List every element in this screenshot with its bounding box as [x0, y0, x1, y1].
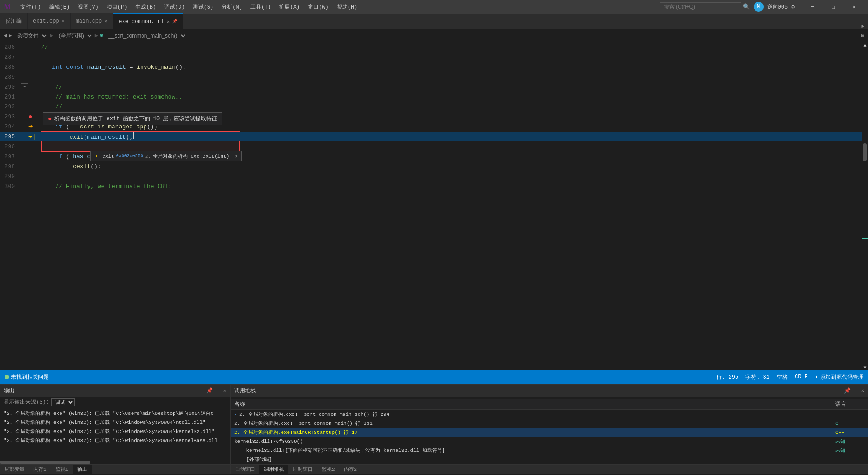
scrollbar-track[interactable] — [862, 48, 868, 365]
status-encoding[interactable]: CRLF — [795, 374, 808, 380]
call-stack-name: kernel32.dll!76f86359() — [231, 437, 832, 446]
vertical-scrollbar[interactable]: ▲ ▼ — [862, 42, 868, 370]
call-stack-row[interactable]: kernel32.dll!76f86359()未知 — [231, 437, 868, 446]
menu-item[interactable]: 窗口(W) — [304, 2, 332, 12]
fold-button[interactable]: − — [21, 83, 28, 90]
status-spaces-text: 空格 — [777, 373, 788, 381]
cs-tab-3[interactable]: 监视2 — [317, 465, 340, 474]
popup-sep: 2. — [145, 154, 151, 159]
panel-close-icon2[interactable]: ✕ — [861, 387, 864, 394]
tab-close-icon[interactable]: ✕ — [104, 19, 107, 24]
menu-bar: 文件(F)编辑(E)视图(V)项目(P)生成(B)调试(D)测试(S)分析(N)… — [17, 2, 361, 12]
panel-close-icon[interactable]: ✕ — [223, 387, 226, 394]
panel-tab-监视1[interactable]: 监视1 — [51, 465, 73, 474]
panel-tab-局部变量[interactable]: 局部变量 — [0, 465, 29, 474]
call-stack-lang: C++ — [832, 428, 868, 437]
tab-pin-icon[interactable]: 📌 — [172, 19, 177, 24]
menu-item[interactable]: 文件(F) — [17, 2, 45, 12]
tab-scroll-right[interactable]: ▶ — [858, 23, 868, 29]
breadcrumb-arrow-left[interactable]: ◀ — [4, 32, 7, 39]
menu-item[interactable]: 工具(T) — [247, 2, 275, 12]
settings-icon[interactable]: ⚙ — [791, 3, 795, 10]
popup-close-icon[interactable]: ✕ — [235, 153, 238, 159]
code-line-296: 296 — [0, 141, 862, 151]
output-scrollbar-h[interactable] — [0, 460, 230, 464]
panel-controls: 📌 ─ ✕ — [206, 387, 226, 394]
menu-item[interactable]: 帮助(H) — [333, 2, 361, 12]
menu-item[interactable]: 分析(N) — [218, 2, 246, 12]
close-button[interactable]: ✕ — [844, 0, 864, 14]
call-stack-row[interactable]: kernel32.dll![下面的框架可能不正确和/或缺失，没有为 kernel… — [231, 446, 868, 455]
cs-tab-0[interactable]: 自动窗口 — [231, 465, 259, 474]
scrollbar-up-arrow[interactable]: ▲ — [863, 43, 866, 48]
line-number: 298 — [0, 163, 20, 170]
status-row[interactable]: 行: 295 — [717, 373, 738, 381]
split-icon[interactable]: ⊞ — [861, 32, 864, 39]
cs-tab-2[interactable]: 即时窗口 — [288, 465, 317, 474]
code-editor[interactable]: 286 // 287 288 int const main_result = i… — [0, 42, 862, 370]
scrollbar-thumb[interactable] — [863, 143, 867, 161]
tab-close-icon[interactable]: ✕ — [62, 19, 65, 24]
menu-item[interactable]: 项目(P) — [103, 2, 131, 12]
panel-minimize-icon[interactable]: ─ — [217, 387, 220, 394]
call-stack-header-row: 名称 语言 — [231, 399, 868, 410]
search-icon[interactable]: 🔍 — [743, 3, 750, 10]
status-problems[interactable]: 未找到相关问题 — [5, 373, 49, 381]
call-stack-row[interactable]: [外部代码] — [231, 455, 868, 464]
maximize-button[interactable]: ☐ — [823, 0, 844, 14]
menu-item[interactable]: 扩展(X) — [275, 2, 303, 12]
menu-item[interactable]: 调试(D) — [160, 2, 189, 12]
tab-close-icon[interactable]: ✕ — [167, 19, 170, 24]
gutter-col: ➔ — [28, 122, 41, 131]
call-stack-row[interactable]: 2. 全局对象的析构.exe!mainCRTStartup() 行 17C++ — [231, 428, 868, 437]
cs-tab-4[interactable]: 内存2 — [340, 465, 362, 474]
panel-tab-输出[interactable]: 输出 — [73, 465, 92, 474]
panel-minimize-icon2[interactable]: ─ — [854, 387, 858, 394]
col-name: 名称 — [231, 399, 832, 410]
menu-item[interactable]: 编辑(E) — [46, 2, 74, 12]
status-spaces[interactable]: 空格 — [777, 373, 788, 381]
fold-col[interactable]: − — [20, 83, 28, 90]
minimize-button[interactable]: ─ — [802, 0, 823, 14]
call-stack-row[interactable]: ⬩2. 全局对象的析构.exe!__scrt_common_main_seh()… — [231, 410, 868, 419]
tab-main-cpp[interactable]: main.cpp ✕ — [71, 13, 113, 29]
panel-pin-icon[interactable]: 📌 — [206, 387, 213, 394]
panel-pin-icon2[interactable]: 📌 — [844, 387, 851, 394]
output-source-select[interactable]: 调试 — [51, 398, 75, 406]
code-line-287: 287 — [0, 52, 862, 62]
breadcrumb-func-icon: ⊕ — [100, 32, 103, 39]
popup-arrow-icon: ➔| — [94, 153, 100, 159]
popup-addr: 0x002de550 — [116, 154, 143, 159]
menu-item[interactable]: 视图(V) — [74, 2, 102, 12]
breadcrumb-file-select[interactable]: 杂项文件 — [14, 31, 48, 40]
breadcrumb-function-select[interactable]: __scrt_common_main_seh() — [105, 31, 187, 40]
code-line-300: 300 // Finally, we terminate the CRT: — [0, 181, 862, 191]
scrollbar-down-arrow[interactable]: ▼ — [863, 365, 866, 370]
output-line: "2. 全局对象的析构.exe" (Win32): 已加载 "C:\Users\… — [0, 409, 230, 418]
search-input[interactable] — [660, 2, 741, 11]
breadcrumb-arrow-right[interactable]: ▶ — [9, 32, 12, 39]
breadcrumb-scope-select[interactable]: (全局范围) — [55, 31, 93, 40]
line-number: 286 — [0, 44, 20, 51]
panel-tab-内存1[interactable]: 内存1 — [29, 465, 51, 474]
tab-exe-common[interactable]: exe_common.inl ✕ 📌 — [113, 13, 183, 29]
profile-icon[interactable]: M — [754, 2, 764, 12]
code-line-298: 298 _cexit(); — [0, 161, 862, 171]
output-content: "2. 全局对象的析构.exe" (Win32): 已加载 "C:\Users\… — [0, 407, 230, 460]
status-col[interactable]: 字符: 31 — [745, 373, 769, 381]
call-stack-row[interactable]: 2. 全局对象的析构.exe!__scrt_common_main() 行 33… — [231, 419, 868, 428]
cs-tab-1[interactable]: 调用堆栈 — [259, 465, 288, 474]
tab-reverse[interactable]: 反汇编 — [0, 13, 28, 29]
menu-item[interactable]: 生成(B) — [132, 2, 160, 12]
tab-exit-cpp[interactable]: exit.cpp ✕ — [28, 13, 71, 29]
menu-item[interactable]: 测试(S) — [189, 2, 217, 12]
source-control-icon: ⬆ — [815, 374, 818, 381]
status-add-manager-text: 添加到源代码管理 — [820, 373, 863, 381]
scrollbar-thumb-h[interactable] — [0, 461, 90, 464]
status-add-manager[interactable]: ⬆ 添加到源代码管理 — [815, 373, 863, 381]
debug-hover-popup: ➔| exit 0x002de550 2. 全局对象的析构.exe!exit(i… — [90, 151, 242, 161]
line-number: 288 — [0, 64, 20, 71]
status-dot — [5, 375, 9, 379]
call-stack-name: 2. 全局对象的析构.exe!mainCRTStartup() 行 17 — [231, 428, 832, 437]
call-stack-name: ⬩2. 全局对象的析构.exe!__scrt_common_main_seh()… — [231, 410, 832, 419]
